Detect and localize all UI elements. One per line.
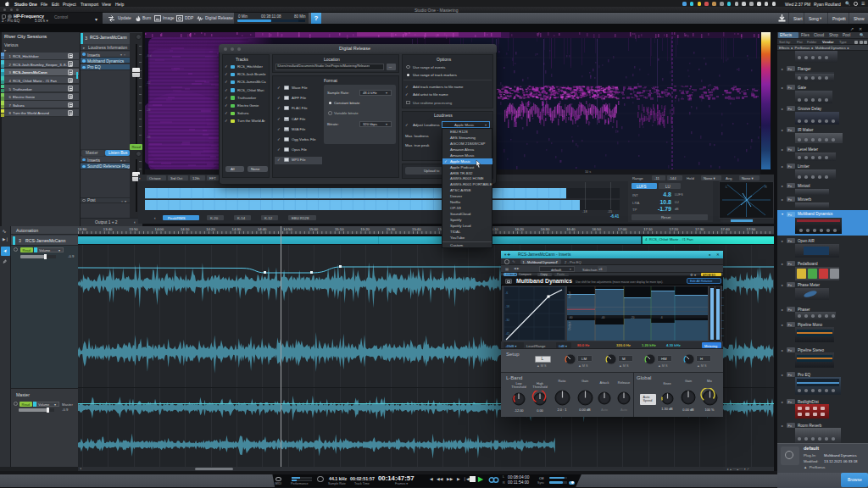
- svg-text:-6: -6: [660, 316, 663, 319]
- svg-text:-20: -20: [631, 316, 635, 319]
- svg-text:-40: -40: [601, 316, 605, 319]
- svg-text:-18: -18: [505, 305, 509, 308]
- svg-text:R: R: [765, 185, 767, 189]
- svg-text:-6: -6: [505, 291, 508, 295]
- svg-text:-60: -60: [569, 316, 573, 319]
- svg-text:-30: -30: [505, 319, 509, 322]
- svg-text:-42: -42: [505, 332, 509, 336]
